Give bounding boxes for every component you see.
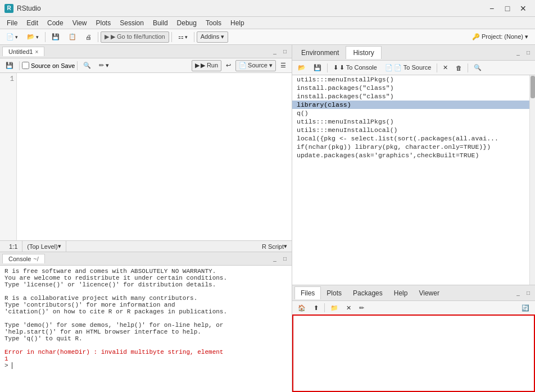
console-line-10: 'help.start()' for an HTML browser inter… (4, 329, 287, 335)
main-layout: Untitled1 × _ □ 💾 Source on Save 🔍 ✏ ▾ (0, 45, 535, 392)
toolbar-separator-1 (45, 32, 46, 42)
menu-session[interactable]: Session (115, 18, 148, 28)
run-icon: ▶ (195, 62, 200, 69)
source-on-save-checkbox[interactable] (22, 62, 29, 69)
open-file-button[interactable]: 📂▾ (23, 31, 43, 43)
tab-files[interactable]: Files (294, 286, 321, 299)
tab-environment[interactable]: Environment (294, 47, 346, 59)
save-button[interactable]: 💾 (48, 31, 64, 43)
menu-debug[interactable]: Debug (173, 18, 201, 28)
history-item-2[interactable]: install.packages("class") (292, 92, 529, 101)
code-content[interactable] (17, 73, 292, 240)
tab-help[interactable]: Help (388, 287, 414, 299)
file-type[interactable]: R Script ▾ (262, 243, 287, 250)
editor-area: Untitled1 × _ □ 💾 Source on Save 🔍 ✏ ▾ (0, 45, 292, 252)
console-prompt-line[interactable]: > (4, 362, 287, 369)
tab-packages[interactable]: Packages (347, 287, 388, 299)
history-save-btn[interactable]: 💾 (310, 62, 325, 74)
history-content[interactable]: utils:::menuInstallPkgs() install.packag… (292, 75, 529, 285)
history-search-btn[interactable]: 🔍 (470, 62, 485, 74)
files-panel: Files Plots Packages Help Viewer _ □ 🏠 ⬆… (292, 285, 535, 392)
menu-tools[interactable]: Tools (201, 18, 226, 28)
title-bar: R RStudio − □ ✕ (0, 0, 535, 17)
editor-save-btn[interactable]: 💾 (2, 60, 17, 71)
source-on-save-label[interactable]: Source on Save (22, 62, 75, 69)
menu-build[interactable]: Build (148, 18, 173, 28)
history-maximize-button[interactable]: □ (524, 48, 533, 57)
rerun-button[interactable]: ↩ (223, 60, 234, 71)
history-item-8[interactable]: if(nchar(pkg)) library(pkg, character.on… (292, 143, 529, 151)
editor-minimize-button[interactable]: _ (270, 47, 279, 56)
files-minimize-button[interactable]: _ (514, 289, 523, 298)
files-maximize-button[interactable]: □ (524, 289, 533, 298)
menu-view[interactable]: View (68, 18, 92, 28)
menu-help[interactable]: Help (226, 18, 249, 28)
console-tab-controls: _ □ (270, 254, 289, 263)
source-button[interactable]: 📄 Source ▾ (235, 60, 276, 71)
new-file-button[interactable]: 📄▾ (2, 31, 22, 43)
history-load-btn[interactable]: 📂 (294, 62, 309, 74)
history-item-9[interactable]: update.packages(ask='graphics',checkBuil… (292, 151, 529, 159)
files-rename-btn[interactable]: ✏ (356, 302, 368, 313)
workspace-button[interactable]: ⚏▾ (174, 31, 192, 43)
menu-code[interactable]: Code (43, 18, 68, 28)
tab-viewer[interactable]: Viewer (413, 287, 445, 299)
menu-file[interactable]: File (2, 18, 22, 28)
console-content[interactable]: R is free software and comes with ABSOLU… (0, 266, 292, 392)
history-delete-btn[interactable]: ✕ (439, 62, 451, 74)
minimize-button[interactable]: − (484, 3, 499, 14)
history-item-0[interactable]: utils:::menuInstallPkgs() (292, 75, 529, 84)
editor-tab-untitled1[interactable]: Untitled1 × (2, 47, 44, 56)
to-console-btn[interactable]: ⬇ ⬇ To Console (330, 62, 380, 74)
files-home-btn[interactable]: 🏠 (294, 302, 309, 313)
history-item-3[interactable]: library(class) (292, 101, 529, 109)
tab-history[interactable]: History (346, 46, 381, 59)
history-item-5[interactable]: utils:::menuInstallPkgs() (292, 117, 529, 126)
files-content[interactable] (292, 316, 535, 392)
files-new-folder-btn[interactable]: 📁 (327, 302, 342, 313)
menu-bar: File Edit Code View Plots Session Build … (0, 17, 535, 29)
editor-maximize-button[interactable]: □ (280, 47, 289, 56)
line-number-1: 1 (2, 75, 14, 83)
menu-edit[interactable]: Edit (22, 18, 43, 28)
history-item-6[interactable]: utils:::menuInstallLocal() (292, 126, 529, 134)
save-all-button[interactable]: 📋 (65, 31, 80, 43)
history-item-7[interactable]: local({pkg <- select.list(sort(.packages… (292, 134, 529, 143)
editor-edit-btn[interactable]: ✏ ▾ (96, 60, 112, 71)
history-content-wrapper: utils:::menuInstallPkgs() install.packag… (292, 75, 535, 285)
console-line-11: Type 'q()' to quit R. (4, 335, 287, 342)
console-tab[interactable]: Console ~/ (2, 254, 45, 263)
menu-plots[interactable]: Plots (92, 18, 116, 28)
editor-options-button[interactable]: ☰ (277, 60, 289, 71)
files-up-btn[interactable]: ⬆ (310, 302, 322, 313)
tab-plots[interactable]: Plots (321, 287, 347, 299)
history-item-4[interactable]: q() (292, 109, 529, 117)
print-button[interactable]: 🖨 (81, 31, 96, 43)
console-maximize-button[interactable]: □ (280, 254, 289, 263)
ht-sep-2 (437, 63, 437, 72)
editor-search-btn[interactable]: 🔍 (80, 60, 94, 71)
to-source-label: 📄 To Source (394, 64, 431, 71)
addins-button[interactable]: Addins ▾ (197, 31, 229, 43)
go-to-file-button[interactable]: ▶ ▶ Go to file/function (101, 31, 169, 43)
files-delete-btn[interactable]: ✕ (343, 302, 355, 313)
et-sep-2 (77, 61, 78, 70)
files-refresh-btn[interactable]: 🔄 (518, 302, 533, 313)
ht-sep-1 (327, 63, 328, 72)
toolbar-separator-2 (98, 32, 98, 42)
maximize-button[interactable]: □ (500, 3, 515, 14)
console-minimize-button[interactable]: _ (270, 254, 279, 263)
project-label[interactable]: 🔑 Project: (None) ▾ (468, 32, 533, 42)
history-scrollbar-thumb[interactable] (531, 76, 535, 98)
history-minimize-button[interactable]: _ (514, 48, 523, 57)
code-level-text: (Top Level) (27, 243, 57, 250)
history-clear-btn[interactable]: 🗑 (452, 62, 465, 74)
close-button[interactable]: ✕ (516, 3, 531, 14)
to-source-btn[interactable]: 📄 📄 To Source (382, 62, 434, 74)
history-item-1[interactable]: install.packages("class") (292, 84, 529, 92)
editor-tab-close[interactable]: × (35, 49, 38, 55)
run-button[interactable]: ▶ ▶ Run (192, 60, 221, 71)
history-scrollbar[interactable] (529, 75, 535, 285)
code-editor: 1 (0, 73, 292, 240)
addins-label: Addins ▾ (201, 33, 225, 40)
